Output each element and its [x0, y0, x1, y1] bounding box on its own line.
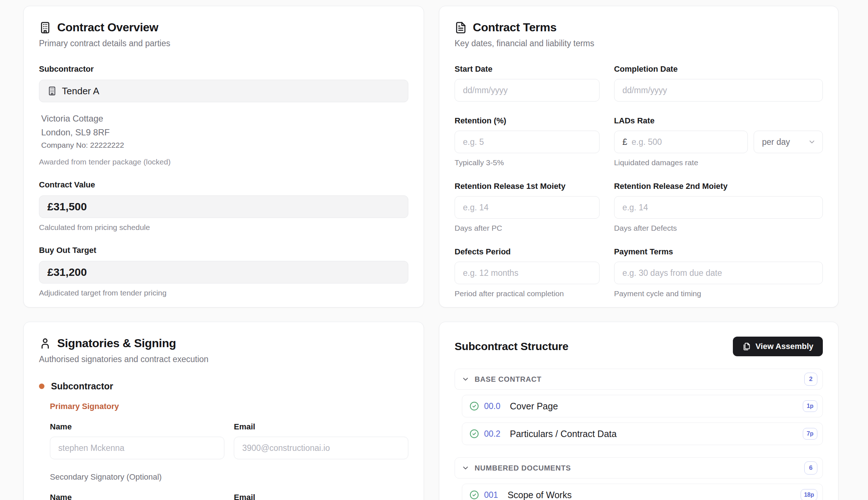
- lads-rate-helper: Liquidated damages rate: [614, 158, 823, 167]
- party-row: Subcontractor: [39, 381, 408, 392]
- check-circle-icon: [470, 490, 479, 500]
- primary-signatory-label: Primary Signatory: [50, 402, 408, 411]
- address-line-1: Victoria Cottage: [41, 112, 408, 126]
- completion-date-group: Completion Date: [614, 64, 823, 102]
- start-date-input[interactable]: [455, 79, 600, 102]
- page-count-badge: 18p: [801, 489, 817, 500]
- pound-prefix: £: [622, 137, 627, 147]
- payment-terms-helper: Payment cycle and timing: [614, 289, 823, 298]
- card-title: Contract Overview: [57, 21, 158, 34]
- contract-overview-header: Contract Overview: [39, 21, 408, 34]
- subcontractor-address: Victoria Cottage London, SL9 8RF Company…: [39, 112, 408, 150]
- lads-rate-input[interactable]: [632, 137, 739, 147]
- contract-terms-header: Contract Terms: [455, 21, 823, 34]
- view-assembly-label: View Assembly: [755, 342, 813, 351]
- start-date-group: Start Date: [455, 64, 600, 102]
- signatory-section: Primary Signatory Name Email Secondary S…: [50, 402, 408, 500]
- card-title: Contract Terms: [473, 21, 557, 34]
- chevron-down-icon: [808, 138, 816, 146]
- subcontractor-name: Tender A: [62, 86, 99, 97]
- doc-number: 00.0: [484, 401, 500, 411]
- lads-rate-group: LADs Rate £ per day Liquid: [614, 116, 823, 167]
- file-text-icon: [455, 21, 467, 34]
- moiety1-input[interactable]: [455, 196, 600, 219]
- signatories-card: Signatories & Signing Authorised signato…: [23, 322, 424, 500]
- secondary-signatory-label: Secondary Signatory (Optional): [50, 472, 408, 482]
- buy-out-target-label: Buy Out Target: [39, 246, 408, 255]
- defects-period-label: Defects Period: [455, 247, 600, 257]
- moiety1-group: Retention Release 1st Moiety Days after …: [455, 182, 600, 233]
- card-subtitle: Primary contract details and parties: [39, 39, 408, 48]
- building-icon: [47, 86, 57, 96]
- copy-pages-icon: [742, 342, 751, 351]
- buy-out-target-field: £31,200: [39, 261, 408, 283]
- chevron-down-icon: [462, 464, 470, 472]
- address-line-2: London, SL9 8RF: [41, 126, 408, 139]
- user-icon: [39, 337, 51, 350]
- retention-label: Retention (%): [455, 116, 600, 126]
- subcontractor-label: Subcontractor: [39, 64, 408, 74]
- card-subtitle: Key dates, financial and liability terms: [455, 39, 823, 48]
- moiety2-input[interactable]: [614, 196, 823, 219]
- start-date-label: Start Date: [455, 64, 600, 74]
- buy-out-target-helper: Adjudicated target from tender pricing: [39, 289, 408, 297]
- contract-value-field: £31,500: [39, 195, 408, 218]
- lads-rate-row: £ per day: [614, 131, 823, 153]
- moiety1-helper: Days after PC: [455, 224, 600, 233]
- subcontractor-field: Tender A: [39, 80, 408, 102]
- moiety2-label: Retention Release 2nd Moiety: [614, 182, 823, 191]
- defects-period-input[interactable]: [455, 262, 600, 284]
- completion-date-label: Completion Date: [614, 64, 823, 74]
- primary-name-input[interactable]: [50, 437, 224, 459]
- lads-unit-select[interactable]: per day: [754, 131, 823, 153]
- section-label: NUMBERED DOCUMENTS: [475, 464, 571, 472]
- retention-group: Retention (%) Typically 3-5%: [455, 116, 600, 167]
- moiety2-helper: Days after Defects: [614, 224, 823, 233]
- primary-name-email-grid: Name Email: [50, 422, 408, 459]
- lads-rate-input-wrap: £: [614, 131, 748, 153]
- defects-period-helper: Period after practical completion: [455, 289, 600, 298]
- secondary-name-group: Name: [50, 493, 224, 500]
- doc-number: 00.2: [484, 429, 500, 439]
- doc-title: Scope of Works: [507, 490, 572, 500]
- locked-note: Awarded from tender package (locked): [39, 158, 408, 166]
- moiety2-group: Retention Release 2nd Moiety Days after …: [614, 182, 823, 233]
- page-count-badge: 1p: [803, 400, 817, 412]
- buy-out-target-value: £31,200: [47, 266, 87, 278]
- secondary-email-group: Email: [234, 493, 408, 500]
- retention-helper: Typically 3-5%: [455, 158, 600, 167]
- secondary-name-email-grid: Name Email: [50, 493, 408, 500]
- retention-input[interactable]: [455, 131, 600, 153]
- doc-number: 001: [484, 490, 498, 500]
- primary-email-group: Email: [234, 422, 408, 459]
- payment-terms-input[interactable]: [614, 262, 823, 284]
- email-label: Email: [234, 493, 408, 500]
- primary-email-input[interactable]: [234, 437, 408, 459]
- card-subtitle: Authorised signatories and contract exec…: [39, 354, 408, 364]
- check-circle-icon: [470, 401, 479, 411]
- primary-name-group: Name: [50, 422, 224, 459]
- section-header-base-contract[interactable]: BASE CONTRACT 2: [455, 369, 823, 390]
- chevron-down-icon: [462, 375, 470, 383]
- contract-value: £31,500: [47, 201, 87, 213]
- section-count-badge: 6: [804, 461, 817, 475]
- cards-grid: Contract Overview Primary contract detai…: [23, 6, 838, 500]
- doc-row-particulars[interactable]: 00.2 Particulars / Contract Data 7p: [462, 422, 823, 445]
- card-title: Signatories & Signing: [57, 337, 176, 350]
- contract-overview-card: Contract Overview Primary contract detai…: [23, 6, 424, 307]
- name-label: Name: [50, 493, 224, 500]
- view-assembly-button[interactable]: View Assembly: [733, 337, 823, 356]
- lads-unit-value: per day: [762, 137, 790, 147]
- doc-row-scope-of-works[interactable]: 001 Scope of Works 18p: [462, 484, 823, 500]
- contract-value-helper: Calculated from pricing schedule: [39, 223, 408, 232]
- structure-title: Subcontract Structure: [455, 340, 569, 353]
- company-number: Company No: 22222222: [41, 141, 408, 150]
- signatories-header: Signatories & Signing: [39, 337, 408, 350]
- page-count-badge: 7p: [803, 428, 817, 440]
- building-icon: [39, 21, 51, 34]
- section-header-numbered-documents[interactable]: NUMBERED DOCUMENTS 6: [455, 457, 823, 479]
- check-circle-icon: [470, 429, 479, 439]
- doc-row-cover-page[interactable]: 00.0 Cover Page 1p: [462, 395, 823, 417]
- defects-period-group: Defects Period Period after practical co…: [455, 247, 600, 298]
- completion-date-input[interactable]: [614, 79, 823, 102]
